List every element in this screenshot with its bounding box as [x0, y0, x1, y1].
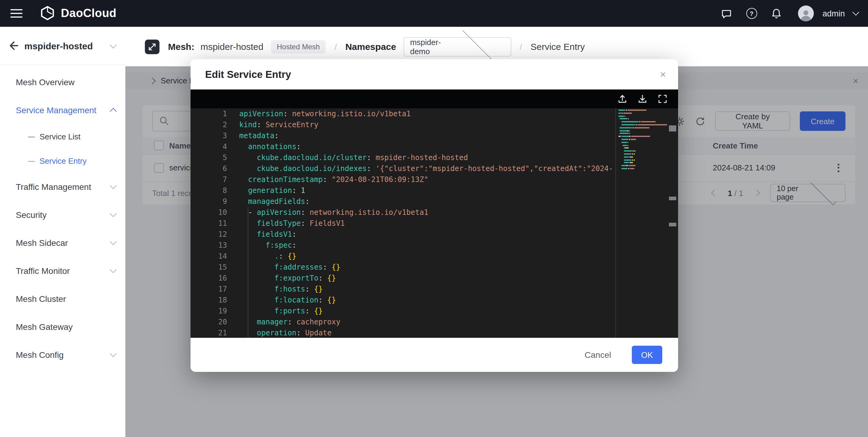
code-line: 18 f:location: {} [190, 294, 615, 306]
line-number: 8 [190, 185, 227, 196]
chevron-down-icon [110, 182, 117, 189]
line-number: 9 [190, 196, 227, 207]
sidebar-item-label: Traffic Monitor [16, 266, 70, 276]
line-number: 17 [190, 284, 227, 294]
line-number: 14 [190, 251, 227, 262]
sidebar-item-label: Service List [39, 132, 80, 141]
code-line: 21 operation: Update [190, 327, 615, 338]
application-window: DaoCloud admin mspider-hosted Mesh O [0, 0, 868, 437]
sidebar-item-traffic-monitor[interactable]: Traffic Monitor [0, 257, 125, 285]
line-number: 19 [190, 306, 227, 316]
bell-icon[interactable] [771, 8, 782, 19]
sidebar-item-mesh-cluster[interactable]: Mesh Cluster [0, 285, 125, 313]
code-line: 6 ckube.daocloud.io/indexes: '{"cluster"… [190, 163, 615, 174]
code-line: 8 generation: 1 [190, 185, 615, 196]
sidebar-item-security[interactable]: Security [0, 201, 125, 229]
line-number: 6 [190, 163, 227, 174]
code-line: 11 fieldsType: FieldsV1 [190, 218, 615, 229]
code-text: generation: 1 [227, 185, 305, 196]
menu-icon[interactable] [10, 9, 23, 18]
minimap-line [618, 139, 667, 140]
sidebar-item-traffic-management[interactable]: Traffic Management [0, 173, 125, 201]
code-text: f:exportTo: {} [227, 273, 336, 284]
help-icon[interactable] [746, 8, 757, 19]
minimap-line [618, 156, 667, 158]
minimap-line [618, 127, 667, 128]
chevron-down-icon [110, 41, 117, 49]
mesh-selector[interactable]: mspider-hosted [0, 27, 125, 65]
code-text: ckube.daocloud.io/indexes: '{"cluster":"… [227, 163, 613, 174]
sidebar-item-label: Mesh Config [16, 350, 64, 360]
minimap-line [618, 136, 667, 137]
mesh-selector-label: mspider-hosted [24, 40, 111, 51]
sidebar-item-mesh-overview[interactable]: Mesh Overview [0, 68, 125, 96]
sidebar-item-service-list[interactable]: —Service List [0, 124, 125, 149]
sidebar-item-label: Traffic Management [16, 182, 91, 192]
line-number: 7 [190, 174, 227, 185]
line-number: 12 [190, 229, 227, 240]
code-line: 14 .: {} [190, 251, 615, 262]
upload-icon[interactable] [617, 93, 627, 104]
fullscreen-icon[interactable] [657, 93, 668, 104]
sidebar-item-service-management[interactable]: Service Management [0, 96, 125, 124]
code-text: kind: ServiceEntry [227, 119, 318, 130]
code-text: f:hosts: {} [227, 284, 323, 294]
code-text: f:addresses: {} [227, 262, 340, 273]
sidebar-item-mesh-config[interactable]: Mesh Config [0, 341, 125, 369]
sidebar-item-label: Service Entry [39, 156, 87, 165]
line-number: 11 [190, 218, 227, 229]
minimap-line [618, 118, 667, 120]
hosted-mesh-badge: Hosted Mesh [271, 40, 326, 53]
topbar-actions: admin [721, 0, 858, 27]
code-text: f:spec: [227, 240, 297, 251]
code-text: creationTimestamp: "2024-08-21T06:09:13Z… [227, 174, 428, 185]
code-text: f:location: {} [227, 294, 336, 306]
namespace-select[interactable]: mspider-demo [403, 37, 511, 56]
sidebar-item-mesh-sidecar[interactable]: Mesh Sidecar [0, 229, 125, 257]
line-number: 1 [190, 108, 227, 119]
username[interactable]: admin [823, 9, 845, 18]
code-lines[interactable]: 1apiVersion: networking.istio.io/v1beta1… [190, 108, 615, 338]
code-line: 2kind: ServiceEntry [190, 119, 615, 130]
back-arrow-icon[interactable] [6, 39, 20, 52]
code-text: managedFields: [227, 196, 310, 207]
line-number: 15 [190, 262, 227, 273]
editor-scrollbar[interactable] [667, 108, 678, 338]
chevron-down-icon [110, 266, 117, 273]
chat-icon[interactable] [721, 8, 732, 19]
scrollbar-mark [669, 125, 676, 131]
sidebar-item-mesh-gateway[interactable]: Mesh Gateway [0, 313, 125, 341]
download-icon[interactable] [637, 93, 648, 104]
modal-header: Edit Service Entry × [190, 59, 678, 90]
code-text: apiVersion: networking.istio.io/v1beta1 [227, 108, 411, 119]
code-line: 1apiVersion: networking.istio.io/v1beta1 [190, 108, 615, 119]
code-line: 10 - apiVersion: networking.istio.io/v1b… [190, 207, 615, 218]
line-number: 21 [190, 327, 227, 338]
minimap-line [618, 159, 667, 160]
editor-body[interactable]: 1apiVersion: networking.istio.io/v1beta1… [190, 108, 678, 338]
user-chevron-down-icon[interactable] [852, 9, 860, 16]
code-text: - apiVersion: networking.istio.io/v1beta… [227, 207, 428, 218]
cancel-button[interactable]: Cancel [581, 349, 615, 360]
sidebar-item-service-entry[interactable]: —Service Entry [0, 149, 125, 173]
code-text: ckube.daocloud.io/cluster: mspider-hoste… [227, 152, 468, 163]
brand: DaoCloud [39, 5, 117, 21]
user-avatar[interactable] [798, 5, 814, 21]
modal-title: Edit Service Entry [205, 68, 660, 80]
sidebar-menu: Mesh OverviewService Management—Service … [0, 65, 125, 369]
scrollbar-mark [669, 223, 676, 226]
code-line: 5 ckube.daocloud.io/cluster: mspider-hos… [190, 152, 615, 163]
namespace-select-value: mspider-demo [410, 37, 457, 56]
ok-button[interactable]: OK [632, 346, 662, 364]
editor-toolbar [190, 90, 678, 108]
minimap-line [618, 113, 667, 114]
close-icon[interactable]: × [660, 69, 666, 80]
minimap-line [618, 115, 667, 117]
code-text: .: {} [227, 251, 297, 262]
code-text: f:ports: {} [227, 306, 323, 316]
chevron-down-icon [110, 238, 117, 245]
minimap-line [618, 150, 667, 152]
line-number: 20 [190, 316, 227, 327]
editor-minimap[interactable] [615, 108, 667, 338]
code-text: metadata: [227, 130, 279, 141]
